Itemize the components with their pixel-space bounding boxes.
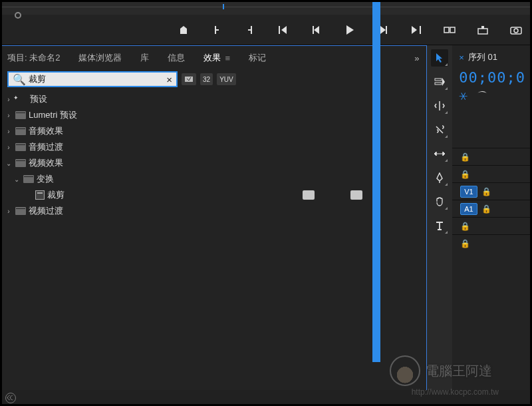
effects-search-field[interactable] xyxy=(29,75,166,85)
folder-icon xyxy=(15,159,26,167)
accelerated-fx-filter[interactable] xyxy=(182,73,196,85)
slip-tool[interactable] xyxy=(431,145,448,162)
sequence-tab[interactable]: 序列 01 xyxy=(468,51,497,63)
type-tool[interactable] xyxy=(431,217,448,234)
effects-panel: 项目: 未命名2 媒体浏览器 库 信息 效果 ≡ 标记 » 🔍 × 32 YUV… xyxy=(0,45,427,406)
insert-button[interactable] xyxy=(443,23,456,37)
lock-icon[interactable]: 🔒 xyxy=(481,204,491,214)
tab-project[interactable]: 项目: 未命名2 xyxy=(7,52,60,64)
watermark-url: http://www.kocpc.com.tw xyxy=(412,387,499,397)
svg-rect-1 xyxy=(450,27,455,33)
clear-search-button[interactable]: × xyxy=(166,74,172,85)
track-header[interactable]: 🔒 xyxy=(452,217,532,234)
go-to-out-button[interactable] xyxy=(410,23,423,37)
yuv-filter[interactable]: YUV xyxy=(217,73,236,85)
lock-icon[interactable]: 🔒 xyxy=(460,239,469,248)
effects-tree: ›✦预设 ›Lumetri 预设 ›音频效果 ›音频过渡 ⌄视频效果 ⌄变换 裁… xyxy=(1,89,426,405)
track-header[interactable]: 🔒 xyxy=(452,234,532,252)
razor-tool[interactable] xyxy=(431,121,448,138)
timeline-panel: × 序列 01 00;00;0 ⚹ ⌒ 🔒 🔒 V1🔒 A1🔒 🔒 🔒 xyxy=(452,45,532,406)
tree-lumetri[interactable]: ›Lumetri 预设 xyxy=(1,107,426,123)
timeline-tabs: × 序列 01 xyxy=(452,45,532,69)
lock-icon[interactable]: 🔒 xyxy=(460,222,469,231)
player-controls xyxy=(0,15,532,45)
tab-info[interactable]: 信息 xyxy=(168,52,185,64)
effects-search-row: 🔍 × 32 YUV xyxy=(1,70,426,89)
accelerated-badge xyxy=(303,190,315,200)
go-to-in-button[interactable] xyxy=(277,23,290,37)
folder-icon xyxy=(23,175,34,183)
folder-icon xyxy=(15,127,26,135)
svg-rect-7 xyxy=(435,83,442,85)
folder-icon xyxy=(15,111,26,119)
track-target-v1[interactable]: V1 xyxy=(460,186,477,198)
lock-icon[interactable]: 🔒 xyxy=(481,187,491,196)
tab-effects[interactable]: 效果 ≡ xyxy=(203,52,230,64)
effect-icon xyxy=(35,190,45,200)
svg-rect-2 xyxy=(478,29,487,34)
tree-presets[interactable]: ›✦预设 xyxy=(1,91,426,107)
panel-tabs: 项目: 未命名2 媒体浏览器 库 信息 效果 ≡ 标记 » xyxy=(1,46,426,70)
lock-icon[interactable]: 🔒 xyxy=(460,152,469,162)
timeline-ruler[interactable] xyxy=(0,0,532,15)
tree-video-transitions[interactable]: ›视频过渡 xyxy=(1,203,426,219)
overwrite-button[interactable] xyxy=(476,23,489,37)
pen-tool[interactable] xyxy=(431,169,448,186)
selection-tool[interactable] xyxy=(431,49,448,67)
svg-rect-5 xyxy=(185,77,193,82)
tab-media-browser[interactable]: 媒体浏览器 xyxy=(78,52,122,64)
creative-cloud-icon[interactable] xyxy=(5,393,16,403)
track-header-a1[interactable]: A1🔒 xyxy=(452,200,532,217)
step-back-button[interactable] xyxy=(310,23,323,37)
track-header-v1[interactable]: V1🔒 xyxy=(452,182,532,200)
tree-video-effects[interactable]: ⌄视频效果 xyxy=(1,155,426,171)
timeline-options: ⚹ ⌒ xyxy=(452,86,532,108)
track-select-tool[interactable] xyxy=(431,73,448,91)
add-marker-button[interactable] xyxy=(177,23,190,37)
export-frame-button[interactable] xyxy=(509,23,523,37)
tree-audio-effects[interactable]: ›音频效果 xyxy=(1,123,426,139)
tree-audio-transitions[interactable]: ›音频过渡 xyxy=(1,139,426,155)
snap-toggle[interactable]: ⚹ xyxy=(459,90,467,104)
yuv-badge xyxy=(350,190,362,200)
linked-selection-toggle[interactable]: ⌒ xyxy=(477,90,487,104)
effects-search-input[interactable]: 🔍 × xyxy=(7,71,178,87)
track-header[interactable]: 🔒 xyxy=(452,148,532,165)
track-headers: 🔒 🔒 V1🔒 A1🔒 🔒 🔒 xyxy=(452,108,532,252)
tree-transform[interactable]: ⌄变换 xyxy=(1,171,426,187)
mark-in-button[interactable] xyxy=(210,23,223,37)
hand-tool[interactable] xyxy=(431,193,448,210)
timecode-display[interactable]: 00;00;0 xyxy=(452,69,532,86)
ripple-edit-tool[interactable] xyxy=(431,97,448,114)
tab-markers[interactable]: 标记 xyxy=(249,52,266,64)
close-sequence-button[interactable]: × xyxy=(459,53,464,63)
track-header[interactable]: 🔒 xyxy=(452,165,532,182)
svg-rect-0 xyxy=(444,27,449,33)
mark-out-button[interactable] xyxy=(243,23,257,37)
svg-rect-6 xyxy=(435,79,442,81)
32bit-filter[interactable]: 32 xyxy=(200,73,213,85)
in-out-indicator[interactable] xyxy=(15,12,21,19)
track-target-a1[interactable]: A1 xyxy=(460,203,477,215)
playhead[interactable] xyxy=(372,1,380,362)
search-icon: 🔍 xyxy=(13,73,26,86)
play-button[interactable] xyxy=(343,23,356,37)
folder-icon xyxy=(15,207,26,215)
clip-start-marker[interactable] xyxy=(223,4,224,9)
svg-point-4 xyxy=(514,29,518,33)
tree-crop-effect[interactable]: 裁剪 xyxy=(1,187,426,203)
panel-overflow-button[interactable]: » xyxy=(414,53,419,63)
lock-icon[interactable]: 🔒 xyxy=(460,170,469,179)
toolbar xyxy=(427,45,453,406)
tab-library[interactable]: 库 xyxy=(140,52,149,64)
folder-icon xyxy=(15,143,26,151)
